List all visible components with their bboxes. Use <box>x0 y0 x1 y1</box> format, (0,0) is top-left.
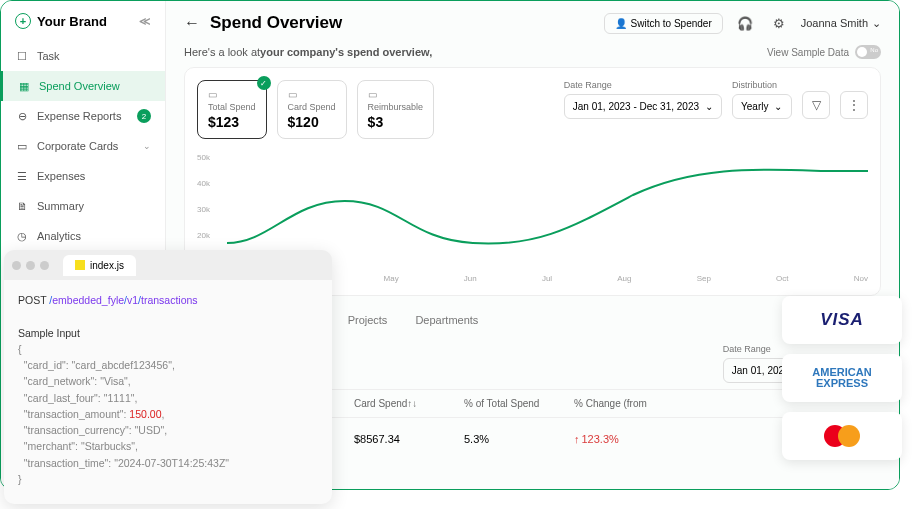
code-content: POST /embedded_fyle/v1/transactions Samp… <box>4 280 332 499</box>
toggle-switch[interactable]: No <box>855 45 881 59</box>
file-tab[interactable]: index.js <box>63 255 136 276</box>
gear-icon[interactable]: ⚙ <box>767 11 791 35</box>
js-icon <box>75 260 85 270</box>
brand-header: + Your Brand ≪ <box>1 13 165 41</box>
filter-button[interactable]: ▽ <box>802 91 830 119</box>
sidebar-item-task[interactable]: ☐ Task <box>1 41 165 71</box>
switch-spender-button[interactable]: 👤 Switch to Spender <box>604 13 723 34</box>
sidebar-item-analytics[interactable]: ◷ Analytics <box>1 221 165 251</box>
topbar: ← Spend Overview 👤 Switch to Spender 🎧 ⚙… <box>166 1 899 45</box>
analytics-icon: ◷ <box>15 229 29 243</box>
distribution-label: Distribution <box>732 80 792 90</box>
sample-data-toggle[interactable]: View Sample Data No <box>767 45 881 59</box>
date-range-label: Date Range <box>723 344 881 354</box>
distribution-select[interactable]: Yearly ⌄ <box>732 94 792 119</box>
chevron-down-icon: ⌄ <box>143 141 151 151</box>
sidebar-item-expense-reports[interactable]: ⊖ Expense Reports 2 <box>1 101 165 131</box>
amex-card: AMERICANEXPRESS <box>782 354 902 402</box>
metric-card-spend[interactable]: ▭ Card Spend $120 <box>277 80 347 139</box>
sidebar-item-label: Expenses <box>37 170 85 182</box>
sidebar-item-label: Task <box>37 50 60 62</box>
expense-icon: ☰ <box>15 169 29 183</box>
check-icon: ✓ <box>257 76 271 90</box>
card-icon: ▭ <box>288 89 336 100</box>
date-range-select[interactable]: Jan 01, 2023 - Dec 31, 2023 ⌄ <box>564 94 722 119</box>
brand-plus-icon: + <box>15 13 31 29</box>
support-icon[interactable]: 🎧 <box>733 11 757 35</box>
tab-departments[interactable]: Departments <box>415 308 478 332</box>
code-editor-window: index.js POST /embedded_fyle/v1/transact… <box>4 250 332 504</box>
amex-logo: AMERICANEXPRESS <box>812 367 871 389</box>
card-icon: ▭ <box>15 139 29 153</box>
chevron-down-icon: ⌄ <box>872 17 881 30</box>
report-icon: ⊖ <box>15 109 29 123</box>
back-icon[interactable]: ← <box>184 14 200 32</box>
sidebar-item-label: Expense Reports <box>37 110 121 122</box>
task-icon: ☐ <box>15 49 29 63</box>
collapse-sidebar-icon[interactable]: ≪ <box>139 15 151 28</box>
date-range-label: Date Range <box>564 80 722 90</box>
user-menu[interactable]: Joanna Smith ⌄ <box>801 17 881 30</box>
sidebar-item-label: Spend Overview <box>39 80 120 92</box>
filter-icon: ▽ <box>812 98 821 112</box>
chevron-down-icon: ⌄ <box>774 101 782 112</box>
user-icon: 👤 <box>615 18 627 29</box>
brand-name: Your Brand <box>37 14 107 29</box>
page-title: Spend Overview <box>210 13 342 33</box>
window-controls[interactable] <box>12 261 49 270</box>
sidebar-item-summary[interactable]: 🗎 Summary <box>1 191 165 221</box>
metric-reimbursable[interactable]: ▭ Reimbursable $3 <box>357 80 435 139</box>
sidebar-item-expenses[interactable]: ☰ Expenses <box>1 161 165 191</box>
sidebar-item-corporate-cards[interactable]: ▭ Corporate Cards ⌄ <box>1 131 165 161</box>
arrow-up-icon: ↑ <box>574 433 580 445</box>
change-value: ↑ 123.3% <box>574 433 714 445</box>
tab-projects[interactable]: Projects <box>348 308 388 332</box>
subheading: Here's a look at your company's spend ov… <box>166 45 899 67</box>
sidebar-item-label: Analytics <box>37 230 81 242</box>
col-card-spend-sort[interactable]: Card Spend↑↓ <box>354 398 464 409</box>
grid-icon: ▦ <box>17 79 31 93</box>
metric-total-spend[interactable]: ✓ ▭ Total Spend $123 <box>197 80 267 139</box>
sidebar-item-label: Summary <box>37 200 84 212</box>
mastercard-card <box>782 412 902 460</box>
visa-card: VISA <box>782 296 902 344</box>
card-icon: ▭ <box>208 89 256 100</box>
chevron-down-icon: ⌄ <box>705 101 713 112</box>
card-icon: ▭ <box>368 89 424 100</box>
more-button[interactable]: ⋮ <box>840 91 868 119</box>
sidebar-item-label: Corporate Cards <box>37 140 118 152</box>
summary-icon: 🗎 <box>15 199 29 213</box>
mastercard-logo <box>824 425 860 447</box>
more-icon: ⋮ <box>848 98 860 112</box>
visa-logo: VISA <box>820 310 864 330</box>
sidebar-item-spend-overview[interactable]: ▦ Spend Overview <box>1 71 165 101</box>
badge-count: 2 <box>137 109 151 123</box>
